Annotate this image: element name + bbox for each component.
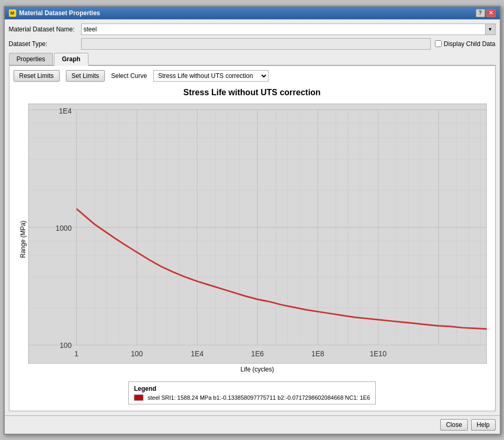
material-name-label: Material Dataset Name:: [9, 26, 77, 33]
select-curve-label: Select Curve: [111, 72, 147, 80]
legend-box: Legend steel SRI1: 1588.24 MPa b1:-0.133…: [128, 381, 376, 404]
display-child-data-checkbox[interactable]: [435, 40, 442, 47]
material-name-field-wrapper: ▼: [81, 24, 496, 35]
help-button[interactable]: Help: [471, 419, 496, 431]
display-child-data-label: Display Child Data: [435, 40, 496, 48]
title-buttons: ? ✕: [476, 9, 496, 17]
main-window: M Material Dataset Properties ? ✕ Materi…: [4, 6, 501, 435]
svg-text:1E8: 1E8: [311, 349, 324, 357]
legend-color-swatch: [134, 394, 143, 401]
material-name-input[interactable]: [81, 24, 485, 35]
dataset-type-input: nCodeSNMatData: [81, 38, 431, 50]
svg-text:1E4: 1E4: [191, 349, 204, 357]
select-curve-dropdown: Stress Life without UTS correction: [153, 70, 268, 82]
close-button[interactable]: Close: [440, 419, 468, 431]
dataset-type-label: Dataset Type:: [9, 40, 77, 48]
select-curve-select[interactable]: Stress Life without UTS correction: [153, 70, 268, 82]
y-axis-label: Range (MPa): [18, 104, 28, 375]
title-bar: M Material Dataset Properties ? ✕: [5, 7, 500, 19]
tabs-bar: Properties Graph: [9, 53, 496, 66]
svg-text:1E6: 1E6: [251, 349, 264, 357]
reset-limits-button[interactable]: Reset Limits: [14, 70, 60, 82]
svg-text:1E10: 1E10: [369, 349, 386, 357]
tab-properties[interactable]: Properties: [9, 53, 53, 65]
material-name-dropdown-arrow[interactable]: ▼: [485, 24, 496, 35]
svg-text:100: 100: [59, 341, 71, 349]
material-name-row: Material Dataset Name: ▼: [9, 24, 496, 35]
tab-graph[interactable]: Graph: [54, 53, 88, 66]
legend-item-0: steel SRI1: 1588.24 MPa b1:-0.1338580977…: [134, 394, 370, 401]
svg-text:100: 100: [130, 349, 142, 357]
chart-svg: 100 1000 1E4 1 100 1E4 1E6 1E8 1E10: [28, 104, 487, 364]
svg-text:1E4: 1E4: [59, 106, 72, 115]
chart-title: Stress Life without UTS correction: [14, 88, 491, 97]
legend-title: Legend: [134, 385, 370, 392]
close-title-btn[interactable]: ✕: [486, 9, 496, 17]
dialog-content: Material Dataset Name: ▼ Dataset Type: n…: [5, 19, 500, 415]
chart-svg-wrapper: 100 1000 1E4 1 100 1E4 1E6 1E8 1E10: [28, 104, 487, 364]
window-icon: M: [9, 9, 16, 17]
dataset-type-row: Dataset Type: nCodeSNMatData Display Chi…: [9, 38, 496, 50]
svg-text:1000: 1000: [55, 223, 72, 232]
tabs-container: Properties Graph Reset Limits Set Limits…: [9, 53, 496, 411]
svg-text:1: 1: [74, 349, 79, 357]
legend-item-text: steel SRI1: 1588.24 MPa b1:-0.1338580977…: [148, 394, 370, 401]
toolbar-row: Reset Limits Set Limits Select Curve Str…: [14, 70, 491, 82]
help-title-btn[interactable]: ?: [476, 9, 485, 17]
chart-area: 100 1000 1E4 1 100 1E4 1E6 1E8 1E10: [28, 104, 487, 375]
x-axis-label: Life (cycles): [28, 364, 487, 375]
chart-container: Range (MPa): [18, 104, 487, 375]
window-title: Material Dataset Properties: [19, 9, 100, 17]
set-limits-button[interactable]: Set Limits: [66, 70, 105, 82]
title-bar-left: M Material Dataset Properties: [9, 9, 100, 17]
tab-graph-content: Reset Limits Set Limits Select Curve Str…: [9, 66, 496, 411]
footer-bar: Close Help: [5, 415, 500, 434]
